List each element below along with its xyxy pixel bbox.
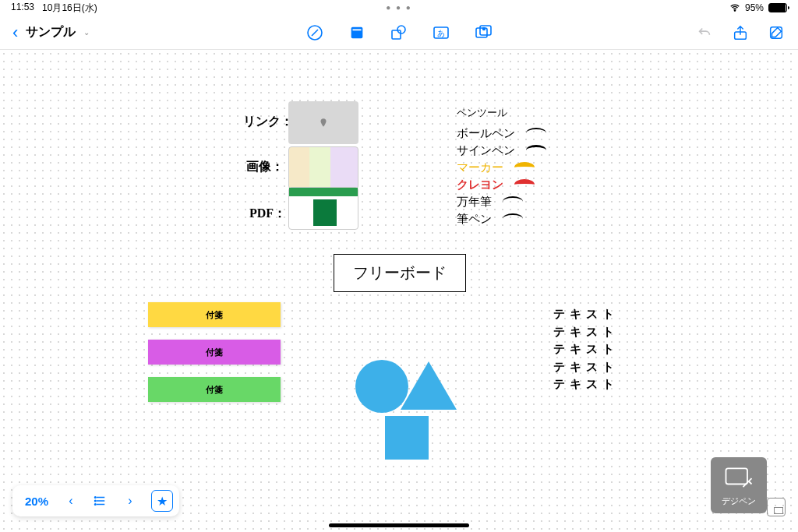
bottom-navigator: 20% ‹ › ★ xyxy=(12,485,179,516)
pdf-thumbnail[interactable] xyxy=(288,187,358,230)
svg-rect-2 xyxy=(351,26,363,38)
pen-item: サインペン xyxy=(457,142,546,159)
pen-item: 万年筆 xyxy=(457,193,546,210)
undo-button[interactable] xyxy=(695,23,714,42)
zoom-level[interactable]: 20% xyxy=(19,495,55,508)
app-toolbar: ‹ サンプル ⌄ あ xyxy=(0,16,798,50)
canvas[interactable]: リンク： 画像： PDF： ペンツール ボールペン サインペン マーカー クレヨ… xyxy=(0,50,798,532)
sticky-note-yellow[interactable]: 付箋 xyxy=(148,302,281,327)
status-bar: 11:53 10月16日(水) ● ● ● 95% xyxy=(0,0,798,16)
wifi-icon xyxy=(729,2,740,13)
pen-item: 筆ペン xyxy=(457,210,546,227)
svg-rect-16 xyxy=(726,468,748,484)
pen-tool-list: ペンツール ボールペン サインペン マーカー クレヨン 万年筆 筆ペン xyxy=(457,106,546,227)
pen-item: マーカー xyxy=(457,159,546,176)
battery-percent: 95% xyxy=(745,2,764,13)
svg-point-10 xyxy=(483,27,486,30)
watermark-badge: デジペン xyxy=(711,457,767,513)
home-indicator xyxy=(329,523,469,527)
sticky-note-green[interactable]: 付箋 xyxy=(148,377,281,402)
multitask-dots-icon[interactable]: ● ● ● xyxy=(386,3,412,12)
svg-point-13 xyxy=(95,497,97,499)
svg-point-0 xyxy=(734,10,735,11)
pen-list-title: ペンツール xyxy=(457,106,546,120)
svg-text:あ: あ xyxy=(437,29,445,37)
svg-point-5 xyxy=(397,26,405,33)
shape-square[interactable] xyxy=(385,416,429,460)
page-list-button[interactable] xyxy=(87,490,114,512)
label-pdf: PDF： xyxy=(249,206,286,222)
label-image: 画像： xyxy=(246,159,284,175)
back-button[interactable]: ‹ xyxy=(12,23,18,43)
next-page-button[interactable]: › xyxy=(117,490,143,512)
status-date: 10月16日(水) xyxy=(42,2,97,15)
text-tool-button[interactable]: あ xyxy=(432,23,450,42)
battery-icon xyxy=(768,3,787,12)
media-tool-button[interactable] xyxy=(474,23,493,42)
watermark-label: デジペン xyxy=(722,495,756,507)
favorite-button[interactable]: ★ xyxy=(151,490,173,512)
image-thumbnail[interactable] xyxy=(288,146,358,189)
sticky-tool-button[interactable] xyxy=(348,23,366,42)
minimap-button[interactable] xyxy=(767,498,786,516)
svg-point-14 xyxy=(95,500,97,502)
label-link: リンク： xyxy=(243,114,293,130)
svg-rect-9 xyxy=(480,26,491,35)
svg-rect-3 xyxy=(353,29,362,30)
freeboard-box[interactable]: フリーボード xyxy=(334,254,466,292)
sticky-note-pink[interactable]: 付箋 xyxy=(148,340,281,365)
svg-point-15 xyxy=(95,504,97,506)
text-block[interactable]: テキスト テキスト テキスト テキスト テキスト xyxy=(553,305,619,393)
compose-button[interactable] xyxy=(767,23,786,42)
shape-triangle[interactable] xyxy=(401,361,457,410)
prev-page-button[interactable]: ‹ xyxy=(58,490,84,512)
status-time: 11:53 xyxy=(11,2,34,15)
chevron-down-icon[interactable]: ⌄ xyxy=(83,28,90,37)
share-button[interactable] xyxy=(731,23,750,42)
pen-item: クレヨン xyxy=(457,176,546,193)
pen-item: ボールペン xyxy=(457,125,546,142)
shape-tool-button[interactable] xyxy=(390,23,408,42)
pen-tool-button[interactable] xyxy=(305,23,324,42)
link-thumbnail[interactable] xyxy=(288,101,358,144)
svg-rect-4 xyxy=(392,30,401,39)
board-title[interactable]: サンプル xyxy=(26,24,76,41)
